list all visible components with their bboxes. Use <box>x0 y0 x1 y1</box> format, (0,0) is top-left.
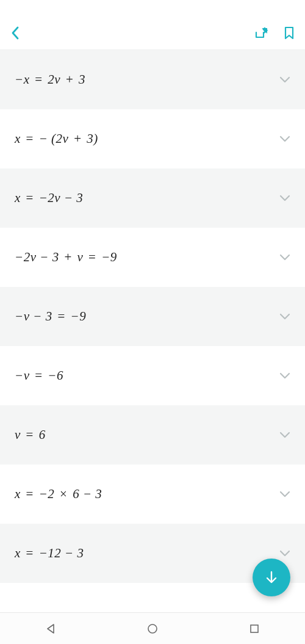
chevron-down-icon <box>279 254 290 261</box>
step-row[interactable]: x = − (2v + 3) <box>0 109 305 168</box>
status-bar <box>0 0 305 16</box>
equation-text: −v − 3 = −9 <box>15 309 86 324</box>
step-row[interactable]: −x = 2v + 3 <box>0 50 305 109</box>
equation-text: x = −2 × 6 − 3 <box>15 487 102 502</box>
step-row[interactable]: −v = −6 <box>0 346 305 405</box>
chevron-down-icon <box>279 491 290 498</box>
equation-text: −x = 2v + 3 <box>15 72 85 87</box>
chevron-down-icon <box>279 550 290 557</box>
share-icon <box>255 27 268 39</box>
app-header <box>0 16 305 50</box>
nav-home-button[interactable] <box>134 613 171 644</box>
equation-text: x = − (2v + 3) <box>15 131 98 147</box>
back-button[interactable] <box>11 26 20 40</box>
arrow-down-icon <box>264 570 279 585</box>
circle-home-icon <box>146 623 159 635</box>
solution-steps: −x = 2v + 3x = − (2v + 3)x = −2v − 3−2v … <box>0 50 305 583</box>
system-nav-bar <box>0 612 305 644</box>
nav-back-button[interactable] <box>32 613 69 644</box>
chevron-down-icon <box>279 76 290 84</box>
chevron-left-icon <box>11 26 20 40</box>
chevron-down-icon <box>279 372 290 380</box>
chevron-down-icon <box>279 195 290 202</box>
equation-text: x = −2v − 3 <box>15 190 83 206</box>
equation-text: −2v − 3 + v = −9 <box>15 250 117 265</box>
chevron-down-icon <box>279 432 290 439</box>
chevron-down-icon <box>279 136 290 143</box>
square-recent-icon <box>249 623 260 634</box>
chevron-down-icon <box>279 313 290 320</box>
triangle-back-icon <box>45 623 57 635</box>
share-button[interactable] <box>255 27 268 39</box>
step-row[interactable]: x = −2 × 6 − 3 <box>0 465 305 524</box>
svg-rect-2 <box>251 625 258 632</box>
step-row[interactable]: v = 6 <box>0 405 305 465</box>
step-row[interactable]: x = −2v − 3 <box>0 168 305 228</box>
bookmark-icon <box>284 26 294 40</box>
step-row[interactable]: −2v − 3 + v = −9 <box>0 228 305 287</box>
bookmark-button[interactable] <box>284 26 294 40</box>
nav-recent-button[interactable] <box>236 613 273 644</box>
equation-text: v = 6 <box>15 427 46 443</box>
step-row[interactable]: −v − 3 = −9 <box>0 287 305 346</box>
download-fab[interactable] <box>253 559 290 596</box>
equation-text: x = −12 − 3 <box>15 546 84 561</box>
svg-point-1 <box>148 624 157 633</box>
equation-text: −v = −6 <box>15 368 63 383</box>
